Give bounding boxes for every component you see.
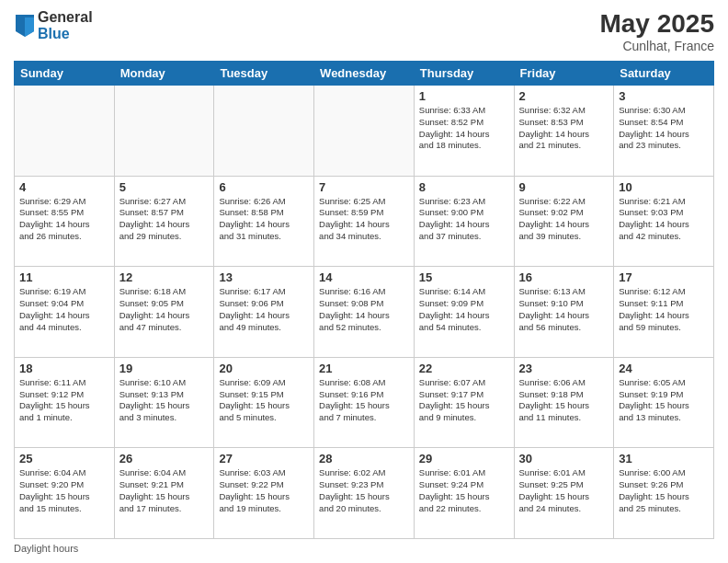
- day-number: 18: [19, 362, 109, 375]
- day-info: Sunrise: 6:25 AM Sunset: 8:59 PM Dayligh…: [319, 196, 409, 243]
- day-info: Sunrise: 6:08 AM Sunset: 9:16 PM Dayligh…: [319, 377, 409, 424]
- day-number: 9: [519, 180, 609, 194]
- day-info: Sunrise: 6:23 AM Sunset: 9:00 PM Dayligh…: [419, 196, 509, 243]
- day-number: 17: [619, 270, 709, 284]
- day-number: 5: [119, 180, 210, 194]
- day-info: Sunrise: 6:22 AM Sunset: 9:02 PM Dayligh…: [519, 196, 609, 243]
- header: General Blue May 2025 Cunlhat, France: [14, 9, 714, 53]
- day-info: Sunrise: 6:32 AM Sunset: 8:53 PM Dayligh…: [519, 105, 609, 152]
- calendar-cell: 8Sunrise: 6:23 AM Sunset: 9:00 PM Daylig…: [414, 176, 514, 267]
- calendar-cell: 31Sunrise: 6:00 AM Sunset: 9:26 PM Dayli…: [614, 448, 714, 539]
- calendar-cell: 29Sunrise: 6:01 AM Sunset: 9:24 PM Dayli…: [414, 448, 514, 539]
- day-info: Sunrise: 6:11 AM Sunset: 9:12 PM Dayligh…: [19, 377, 109, 424]
- day-info: Sunrise: 6:14 AM Sunset: 9:09 PM Dayligh…: [419, 286, 509, 333]
- day-info: Sunrise: 6:01 AM Sunset: 9:24 PM Dayligh…: [419, 467, 509, 514]
- location: Cunlhat, France: [599, 39, 714, 53]
- logo-blue-text: Blue: [38, 26, 93, 42]
- calendar-cell: 30Sunrise: 6:01 AM Sunset: 9:25 PM Dayli…: [514, 448, 614, 539]
- day-number: 14: [319, 270, 409, 284]
- calendar-header-saturday: Saturday: [614, 62, 714, 86]
- calendar-cell: 5Sunrise: 6:27 AM Sunset: 8:57 PM Daylig…: [114, 176, 214, 267]
- day-number: 28: [319, 452, 409, 465]
- day-info: Sunrise: 6:18 AM Sunset: 9:05 PM Dayligh…: [119, 286, 210, 333]
- day-info: Sunrise: 6:21 AM Sunset: 9:03 PM Dayligh…: [619, 196, 709, 243]
- day-number: 21: [319, 362, 409, 375]
- calendar-week-row: 25Sunrise: 6:04 AM Sunset: 9:20 PM Dayli…: [15, 448, 714, 539]
- calendar-cell: 18Sunrise: 6:11 AM Sunset: 9:12 PM Dayli…: [15, 357, 115, 448]
- calendar-cell: 13Sunrise: 6:17 AM Sunset: 9:06 PM Dayli…: [214, 267, 314, 358]
- calendar-cell: 1Sunrise: 6:33 AM Sunset: 8:52 PM Daylig…: [414, 86, 514, 177]
- calendar-header-tuesday: Tuesday: [214, 62, 314, 86]
- calendar-header-monday: Monday: [114, 62, 214, 86]
- day-info: Sunrise: 6:06 AM Sunset: 9:18 PM Dayligh…: [519, 377, 609, 424]
- calendar-cell: 25Sunrise: 6:04 AM Sunset: 9:20 PM Dayli…: [15, 448, 115, 539]
- day-number: 23: [519, 362, 609, 375]
- day-info: Sunrise: 6:16 AM Sunset: 9:08 PM Dayligh…: [319, 286, 409, 333]
- calendar-cell: 23Sunrise: 6:06 AM Sunset: 9:18 PM Dayli…: [514, 357, 614, 448]
- day-number: 26: [119, 452, 210, 465]
- day-number: 13: [219, 270, 309, 284]
- calendar-week-row: 18Sunrise: 6:11 AM Sunset: 9:12 PM Dayli…: [15, 357, 714, 448]
- calendar-cell: 17Sunrise: 6:12 AM Sunset: 9:11 PM Dayli…: [614, 267, 714, 358]
- day-info: Sunrise: 6:00 AM Sunset: 9:26 PM Dayligh…: [619, 467, 709, 514]
- day-number: 8: [419, 180, 509, 194]
- calendar-week-row: 4Sunrise: 6:29 AM Sunset: 8:55 PM Daylig…: [15, 176, 714, 267]
- day-info: Sunrise: 6:26 AM Sunset: 8:58 PM Dayligh…: [219, 196, 309, 243]
- day-number: 27: [219, 452, 309, 465]
- svg-marker-1: [25, 17, 34, 37]
- calendar-cell: 6Sunrise: 6:26 AM Sunset: 8:58 PM Daylig…: [214, 176, 314, 267]
- day-number: 31: [619, 452, 709, 465]
- calendar-week-row: 11Sunrise: 6:19 AM Sunset: 9:04 PM Dayli…: [15, 267, 714, 358]
- calendar-cell: 22Sunrise: 6:07 AM Sunset: 9:17 PM Dayli…: [414, 357, 514, 448]
- day-number: 16: [519, 270, 609, 284]
- day-info: Sunrise: 6:01 AM Sunset: 9:25 PM Dayligh…: [519, 467, 609, 514]
- calendar-cell: 7Sunrise: 6:25 AM Sunset: 8:59 PM Daylig…: [314, 176, 415, 267]
- calendar-cell: 3Sunrise: 6:30 AM Sunset: 8:54 PM Daylig…: [614, 86, 714, 177]
- calendar-cell: [15, 86, 115, 177]
- day-number: 20: [219, 362, 309, 375]
- calendar-cell: 9Sunrise: 6:22 AM Sunset: 9:02 PM Daylig…: [514, 176, 614, 267]
- day-number: 19: [119, 362, 210, 375]
- calendar-cell: 10Sunrise: 6:21 AM Sunset: 9:03 PM Dayli…: [614, 176, 714, 267]
- day-info: Sunrise: 6:33 AM Sunset: 8:52 PM Dayligh…: [419, 105, 509, 152]
- day-info: Sunrise: 6:03 AM Sunset: 9:22 PM Dayligh…: [219, 467, 309, 514]
- day-number: 10: [619, 180, 709, 194]
- calendar-cell: [314, 86, 415, 177]
- day-number: 22: [419, 362, 509, 375]
- day-number: 4: [19, 180, 109, 194]
- calendar-header-friday: Friday: [514, 62, 614, 86]
- day-number: 30: [519, 452, 609, 465]
- day-info: Sunrise: 6:10 AM Sunset: 9:13 PM Dayligh…: [119, 377, 210, 424]
- day-info: Sunrise: 6:09 AM Sunset: 9:15 PM Dayligh…: [219, 377, 309, 424]
- day-number: 12: [119, 270, 210, 284]
- logo-text: General Blue: [38, 9, 93, 41]
- logo-general-text: General: [38, 9, 93, 26]
- calendar-header-sunday: Sunday: [15, 62, 115, 86]
- day-number: 2: [519, 89, 609, 103]
- calendar-header-row: SundayMondayTuesdayWednesdayThursdayFrid…: [15, 62, 714, 86]
- day-info: Sunrise: 6:12 AM Sunset: 9:11 PM Dayligh…: [619, 286, 709, 333]
- day-info: Sunrise: 6:13 AM Sunset: 9:10 PM Dayligh…: [519, 286, 609, 333]
- day-info: Sunrise: 6:29 AM Sunset: 8:55 PM Dayligh…: [19, 196, 109, 243]
- calendar-cell: [114, 86, 214, 177]
- day-info: Sunrise: 6:30 AM Sunset: 8:54 PM Dayligh…: [619, 105, 709, 152]
- day-number: 24: [619, 362, 709, 375]
- calendar-header-thursday: Thursday: [414, 62, 514, 86]
- day-info: Sunrise: 6:04 AM Sunset: 9:21 PM Dayligh…: [119, 467, 210, 514]
- calendar-week-row: 1Sunrise: 6:33 AM Sunset: 8:52 PM Daylig…: [15, 86, 714, 177]
- logo-icon: [16, 15, 34, 37]
- calendar-cell: 27Sunrise: 6:03 AM Sunset: 9:22 PM Dayli…: [214, 448, 314, 539]
- day-number: 11: [19, 270, 109, 284]
- day-info: Sunrise: 6:17 AM Sunset: 9:06 PM Dayligh…: [219, 286, 309, 333]
- day-number: 6: [219, 180, 309, 194]
- day-info: Sunrise: 6:27 AM Sunset: 8:57 PM Dayligh…: [119, 196, 210, 243]
- day-number: 15: [419, 270, 509, 284]
- day-info: Sunrise: 6:02 AM Sunset: 9:23 PM Dayligh…: [319, 467, 409, 514]
- calendar-cell: 24Sunrise: 6:05 AM Sunset: 9:19 PM Dayli…: [614, 357, 714, 448]
- calendar-cell: 14Sunrise: 6:16 AM Sunset: 9:08 PM Dayli…: [314, 267, 415, 358]
- logo: General Blue: [14, 9, 93, 41]
- calendar-cell: 16Sunrise: 6:13 AM Sunset: 9:10 PM Dayli…: [514, 267, 614, 358]
- calendar-cell: [214, 86, 314, 177]
- calendar-cell: 11Sunrise: 6:19 AM Sunset: 9:04 PM Dayli…: [15, 267, 115, 358]
- calendar-cell: 2Sunrise: 6:32 AM Sunset: 8:53 PM Daylig…: [514, 86, 614, 177]
